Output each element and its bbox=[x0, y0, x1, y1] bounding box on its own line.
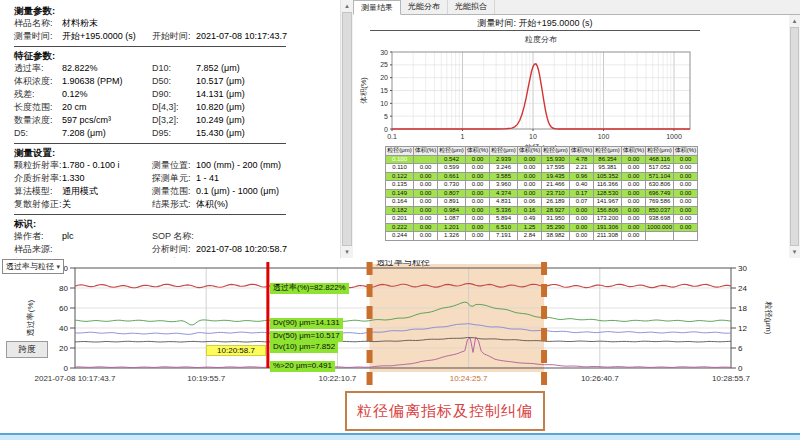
volume-cell[interactable]: 0.00 bbox=[466, 189, 490, 198]
size-cell[interactable]: 28.927 bbox=[542, 206, 570, 215]
volume-cell[interactable]: 0.00 bbox=[466, 223, 490, 232]
size-cell[interactable]: 7.191 bbox=[490, 232, 518, 241]
size-cell[interactable]: 21.466 bbox=[542, 181, 570, 190]
volume-cell[interactable]: 0.00 bbox=[622, 164, 646, 173]
size-cell[interactable]: 1.326 bbox=[438, 232, 466, 241]
panel-scrollbar[interactable]: ▴ ▾ bbox=[340, 0, 353, 258]
volume-cell[interactable]: 0.00 bbox=[518, 155, 542, 164]
volume-cell[interactable]: 0.00 bbox=[622, 206, 646, 215]
size-cell[interactable]: 156.806 bbox=[594, 206, 622, 215]
volume-cell[interactable]: 2.21 bbox=[570, 164, 594, 173]
size-cell[interactable]: 116.366 bbox=[594, 181, 622, 190]
size-cell[interactable]: 0.599 bbox=[438, 164, 466, 173]
size-cell[interactable] bbox=[646, 232, 674, 241]
volume-cell[interactable]: 0.00 bbox=[518, 181, 542, 190]
size-cell[interactable]: 1.201 bbox=[438, 223, 466, 232]
scroll-down-icon[interactable]: ▾ bbox=[341, 247, 353, 257]
chart-type-dropdown[interactable]: 透过率与粒径 ▾ bbox=[2, 259, 64, 274]
size-cell[interactable]: 468.116 bbox=[646, 155, 674, 164]
volume-cell[interactable]: 4.78 bbox=[570, 155, 594, 164]
size-cell[interactable]: 0.100 bbox=[386, 155, 414, 164]
size-cell[interactable]: 0.122 bbox=[386, 172, 414, 181]
volume-cell[interactable]: 0.00 bbox=[622, 223, 646, 232]
size-cell[interactable]: 0.730 bbox=[438, 181, 466, 190]
volume-cell[interactable]: 0.00 bbox=[674, 206, 698, 215]
size-cell[interactable]: 128.530 bbox=[594, 189, 622, 198]
size-cell[interactable]: 630.806 bbox=[646, 181, 674, 190]
volume-cell[interactable]: 0.00 bbox=[674, 198, 698, 207]
size-cell[interactable]: 3.585 bbox=[490, 172, 518, 181]
volume-cell[interactable]: 0.00 bbox=[414, 181, 438, 190]
size-cell[interactable]: 0.807 bbox=[438, 189, 466, 198]
volume-cell[interactable]: 0.00 bbox=[674, 164, 698, 173]
selection-band[interactable] bbox=[370, 264, 544, 372]
volume-cell[interactable]: 0.00 bbox=[414, 232, 438, 241]
size-cell[interactable]: 850.037 bbox=[646, 206, 674, 215]
volume-cell[interactable]: 0.00 bbox=[414, 164, 438, 173]
size-cell[interactable]: 0.182 bbox=[386, 206, 414, 215]
size-cell[interactable]: 3.960 bbox=[490, 181, 518, 190]
size-cell[interactable]: 0.661 bbox=[438, 172, 466, 181]
volume-cell[interactable]: 0.00 bbox=[466, 172, 490, 181]
size-cell[interactable]: 141.967 bbox=[594, 198, 622, 207]
tab-measure-result[interactable]: 测量结果 bbox=[353, 0, 401, 15]
size-cell[interactable]: 95.381 bbox=[594, 164, 622, 173]
size-cell[interactable]: 6.510 bbox=[490, 223, 518, 232]
volume-cell[interactable]: 0.00 bbox=[570, 206, 594, 215]
volume-cell[interactable]: 1.25 bbox=[518, 223, 542, 232]
volume-cell[interactable]: 0.00 bbox=[622, 189, 646, 198]
volume-cell[interactable]: 2.84 bbox=[518, 232, 542, 241]
volume-cell[interactable]: 0.00 bbox=[466, 164, 490, 173]
volume-cell[interactable]: 0.00 bbox=[414, 189, 438, 198]
volume-cell[interactable]: 0.00 bbox=[674, 155, 698, 164]
volume-cell[interactable]: 0.40 bbox=[570, 181, 594, 190]
volume-cell[interactable]: 0.96 bbox=[570, 172, 594, 181]
size-cell[interactable]: 105.352 bbox=[594, 172, 622, 181]
size-cell[interactable]: 3.246 bbox=[490, 164, 518, 173]
volume-cell[interactable]: 0.06 bbox=[518, 198, 542, 207]
size-cell[interactable]: 769.586 bbox=[646, 198, 674, 207]
size-cell[interactable]: 15.930 bbox=[542, 155, 570, 164]
size-cell[interactable]: 0.222 bbox=[386, 223, 414, 232]
volume-cell[interactable]: 0.00 bbox=[622, 198, 646, 207]
volume-cell[interactable] bbox=[414, 155, 438, 164]
results-scrollbar[interactable]: ▴ ▾ bbox=[789, 15, 800, 258]
size-cell[interactable]: 191.306 bbox=[594, 223, 622, 232]
size-cell[interactable]: 517.052 bbox=[646, 164, 674, 173]
volume-cell[interactable]: 0.00 bbox=[622, 215, 646, 224]
tab-light-energy-fit[interactable]: 光能拟合 bbox=[448, 0, 495, 14]
size-cell[interactable]: 19.435 bbox=[542, 172, 570, 181]
volume-cell[interactable]: 0.17 bbox=[570, 189, 594, 198]
size-cell[interactable]: 0.110 bbox=[386, 164, 414, 173]
volume-cell[interactable]: 0.00 bbox=[466, 206, 490, 215]
size-cell[interactable]: 0.135 bbox=[386, 181, 414, 190]
volume-cell[interactable]: 0.00 bbox=[570, 232, 594, 241]
volume-cell[interactable]: 0.00 bbox=[622, 155, 646, 164]
volume-cell[interactable]: 0.00 bbox=[674, 215, 698, 224]
size-cell[interactable]: 0.164 bbox=[386, 198, 414, 207]
size-cell[interactable]: 696.749 bbox=[646, 189, 674, 198]
volume-cell[interactable]: 0.07 bbox=[570, 198, 594, 207]
volume-cell[interactable]: 0.00 bbox=[466, 198, 490, 207]
size-cell[interactable]: 0.984 bbox=[438, 206, 466, 215]
size-cell[interactable]: 0.201 bbox=[386, 215, 414, 224]
volume-cell[interactable]: 0.00 bbox=[414, 206, 438, 215]
volume-cell[interactable]: 0.00 bbox=[674, 172, 698, 181]
size-cell[interactable]: 26.189 bbox=[542, 198, 570, 207]
size-cell[interactable]: 31.950 bbox=[542, 215, 570, 224]
size-cell[interactable]: 38.982 bbox=[542, 232, 570, 241]
size-cell[interactable]: 211.308 bbox=[594, 232, 622, 241]
size-cell[interactable]: 0.244 bbox=[386, 232, 414, 241]
size-cell[interactable]: 4.374 bbox=[490, 189, 518, 198]
size-cell[interactable]: 23.710 bbox=[542, 189, 570, 198]
volume-cell[interactable]: 0.00 bbox=[414, 198, 438, 207]
span-button[interactable]: 跨度 bbox=[6, 341, 48, 358]
size-cell[interactable]: 1000.000 bbox=[646, 223, 674, 232]
scrollbar-thumb[interactable] bbox=[342, 12, 352, 246]
volume-cell[interactable]: 0.00 bbox=[518, 164, 542, 173]
size-cell[interactable]: 86.354 bbox=[594, 155, 622, 164]
size-cell[interactable]: 2.939 bbox=[490, 155, 518, 164]
volume-cell[interactable]: 0.00 bbox=[622, 172, 646, 181]
scroll-down-icon[interactable]: ▾ bbox=[789, 247, 800, 257]
volume-cell[interactable]: 0.00 bbox=[674, 181, 698, 190]
